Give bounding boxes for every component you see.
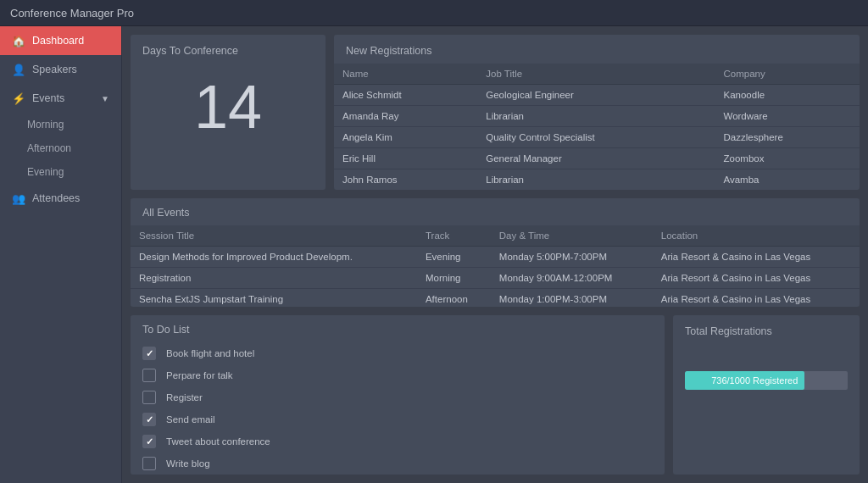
sidebar-item-label: Speakers	[32, 64, 77, 75]
table-row: Eric HillGeneral ManagerZoombox	[334, 148, 860, 169]
content-area: Days To Conference 14 New Registrations …	[122, 26, 868, 483]
todo-label: Perpare for talk	[166, 370, 233, 380]
col-location: Location	[653, 225, 860, 247]
dashboard-icon: 🏠	[12, 34, 25, 47]
attendees-icon: 👥	[12, 192, 25, 205]
col-track: Track	[417, 225, 491, 247]
table-row: Amanda RayLibrarianWordware	[334, 106, 860, 127]
events-table: Session Title Track Day & Time Location …	[131, 225, 860, 307]
todo-label: Tweet about conference	[166, 436, 270, 447]
app-title: Conference Manager Pro	[10, 7, 134, 19]
todo-card: To Do List Book flight and hotelPerpare …	[131, 315, 665, 475]
table-row: RegistrationMorningMonday 9:00AM-12:00PM…	[131, 268, 860, 289]
todo-checkbox[interactable]	[142, 369, 156, 382]
days-count: 14	[142, 65, 314, 149]
progress-area: 736/1000 Registered	[685, 371, 848, 390]
sidebar-item-dashboard[interactable]: 🏠 Dashboard	[0, 26, 121, 55]
todo-checkbox[interactable]	[142, 347, 156, 360]
sidebar-item-label: Dashboard	[32, 35, 84, 47]
table-row: Alice SchmidtGeological EngineerKanoodle	[334, 85, 860, 106]
col-session: Session Title	[131, 225, 417, 247]
list-item[interactable]: Write blog	[131, 452, 665, 475]
days-card: Days To Conference 14	[131, 35, 326, 190]
sidebar-sub-label: Afternoon	[27, 142, 71, 154]
todo-list: Book flight and hotelPerpare for talkReg…	[131, 342, 665, 475]
col-name: Name	[334, 64, 477, 85]
main-layout: 🏠 Dashboard 👤 Speakers ⚡ Events ▼ Mornin…	[0, 26, 868, 483]
total-registrations-card: Total Registrations 736/1000 Registered	[673, 315, 860, 475]
todo-checkbox[interactable]	[142, 391, 156, 404]
app-header: Conference Manager Pro	[0, 0, 868, 26]
todo-label: Send email	[166, 414, 215, 425]
registrations-table: Name Job Title Company Alice SchmidtGeol…	[334, 64, 860, 190]
progress-label: 736/1000 Registered	[711, 375, 798, 386]
sidebar-item-evening[interactable]: Evening	[0, 160, 121, 184]
progress-bar-fill: 736/1000 Registered	[685, 371, 804, 390]
registrations-title: New Registrations	[334, 35, 860, 64]
events-icon: ⚡	[12, 92, 25, 105]
sidebar-item-attendees[interactable]: 👥 Attendees	[0, 184, 121, 213]
list-item[interactable]: Book flight and hotel	[131, 342, 665, 364]
col-company: Company	[715, 64, 860, 85]
sidebar-item-label: Events	[32, 92, 64, 104]
sidebar-item-label: Attendees	[32, 192, 80, 204]
col-job-title: Job Title	[477, 64, 715, 85]
table-row: Angela KimQuality Control SpecialistDazz…	[334, 127, 860, 148]
sidebar-item-events[interactable]: ⚡ Events ▼	[0, 84, 121, 113]
list-item[interactable]: Tweet about conference	[131, 430, 665, 452]
todo-title: To Do List	[131, 315, 665, 342]
events-card: All Events Session Title Track Day & Tim…	[131, 198, 860, 307]
col-daytime: Day & Time	[491, 225, 653, 247]
table-row: Sencha ExtJS Jumpstart TrainingAfternoon…	[131, 289, 860, 308]
todo-checkbox[interactable]	[142, 413, 156, 426]
table-row: Design Methods for Improved Product Deve…	[131, 247, 860, 268]
registrations-card: New Registrations Name Job Title Company…	[334, 35, 860, 190]
todo-checkbox[interactable]	[142, 435, 156, 448]
sidebar: 🏠 Dashboard 👤 Speakers ⚡ Events ▼ Mornin…	[0, 26, 122, 483]
todo-label: Write blog	[166, 458, 210, 469]
todo-label: Book flight and hotel	[166, 348, 254, 358]
sidebar-sub-label: Evening	[27, 166, 64, 178]
table-row: John RamosLibrarianAvamba	[334, 169, 860, 191]
sidebar-item-speakers[interactable]: 👤 Speakers	[0, 55, 121, 84]
list-item[interactable]: Register	[131, 386, 665, 408]
progress-bar-background: 736/1000 Registered	[685, 371, 848, 390]
todo-checkbox[interactable]	[142, 457, 156, 470]
top-row: Days To Conference 14 New Registrations …	[131, 35, 860, 190]
days-card-title: Days To Conference	[142, 45, 314, 57]
sidebar-item-afternoon[interactable]: Afternoon	[0, 136, 121, 160]
list-item[interactable]: Send email	[131, 408, 665, 430]
bottom-row: To Do List Book flight and hotelPerpare …	[131, 315, 860, 475]
sidebar-item-morning[interactable]: Morning	[0, 113, 121, 136]
todo-label: Register	[166, 392, 203, 402]
sidebar-sub-label: Morning	[27, 119, 64, 130]
list-item[interactable]: Perpare for talk	[131, 364, 665, 386]
chevron-down-icon: ▼	[101, 94, 109, 103]
speakers-icon: 👤	[12, 63, 25, 76]
events-title: All Events	[131, 198, 860, 225]
total-reg-title: Total Registrations	[685, 325, 848, 337]
